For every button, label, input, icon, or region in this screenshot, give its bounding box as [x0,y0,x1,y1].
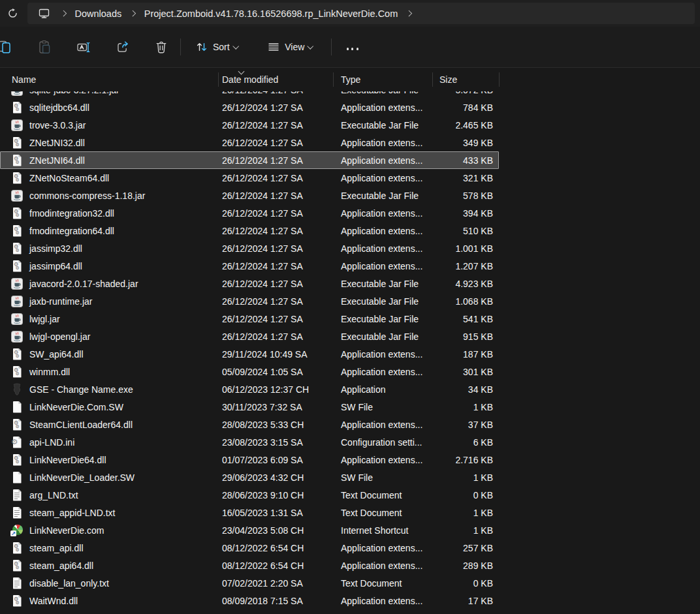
breadcrumb-chevron-icon[interactable] [61,10,67,16]
file-row[interactable]: ⚙⚙ fmodintegration64.dll 26/12/2024 1:27… [0,222,700,239]
file-row[interactable]: trove-3.0.3.jar 26/12/2024 1:27 SA Execu… [0,116,700,134]
file-row[interactable]: arg_LND.txt 28/06/2023 9:10 CH Text Docu… [0,486,700,504]
see-more-button[interactable] [340,34,366,60]
file-row[interactable]: GSE - Change Name.exe 06/12/2023 12:37 C… [0,380,700,398]
file-date-modified: 26/12/2024 1:27 SA [222,155,303,166]
file-date-modified: 26/12/2024 1:27 SA [222,91,303,95]
copy-button[interactable] [0,34,18,60]
file-row[interactable]: LinkNeverDie_Loader.SW 29/06/2023 4:32 C… [0,468,700,486]
toolbar-divider [180,38,181,55]
column-header-date-modified[interactable]: Date modified [222,74,278,85]
column-header-name[interactable]: Name [12,74,36,85]
file-type: Internet Shortcut [341,525,409,536]
file-name-cell: jaxb-runtime.jar [10,295,92,308]
file-row[interactable]: ⚙⚙ SW_api64.dll 29/11/2024 10:49 SA Appl… [0,345,700,363]
breadcrumb-chevron-icon[interactable] [130,10,136,16]
refresh-button[interactable] [1,3,24,24]
file-row[interactable]: ⚙ api-LND.ini 23/08/2023 3:15 SA Configu… [0,433,700,451]
file-name: LinkNeverDie_Loader.SW [29,472,135,483]
file-row[interactable]: ⚙⚙ WaitWnd.dll 08/09/2018 7:15 SA Applic… [0,592,700,609]
more-icon [345,42,360,52]
file-date-modified: 01/07/2023 6:09 SA [222,455,303,465]
file-size: 2.716 KB [406,455,493,465]
file-row[interactable]: ⚙⚙ ZNetJNI32.dll 26/12/2024 1:27 SA Appl… [0,134,700,151]
file-size: 37 KB [406,420,493,430]
address-bar: Downloads Project.Zomboid.v41.78.16.1652… [0,0,700,27]
file-row[interactable]: ⚙⚙ jassimp32.dll 26/12/2024 1:27 SA Appl… [0,239,700,257]
file-row[interactable]: jaxb-runtime.jar 26/12/2024 1:27 SA Exec… [0,292,700,310]
breadcrumb-current-folder[interactable]: Project.Zomboid.v41.78.16.16526698.rp_Li… [143,6,400,22]
file-date-modified: 26/12/2024 1:27 SA [222,173,303,183]
file-size: 0 KB [406,578,493,589]
file-row[interactable]: lwjgl.jar 26/12/2024 1:27 SA Executable … [0,310,700,328]
file-name-cell: ⚙⚙ steam_api.dll [10,542,84,555]
share-icon [116,40,130,54]
file-row[interactable]: steam_appid-LND.txt 16/05/2023 1:31 SA T… [0,504,700,521]
file-name: winmm.dll [29,367,70,377]
column-divider[interactable] [432,72,433,87]
file-date-modified: 26/12/2024 1:27 SA [222,191,303,201]
file-row[interactable]: LinkNeverDie.Com.SW 30/11/2023 7:32 SA S… [0,398,700,416]
file-row[interactable]: ⚙⚙ ZNetNoSteam64.dll 26/12/2024 1:27 SA … [0,169,700,187]
file-date-modified: 26/12/2024 1:27 SA [222,102,303,113]
paste-button[interactable] [31,34,57,60]
file-name-cell: ⚙⚙ jassimp32.dll [10,242,82,255]
file-row[interactable]: javacord-2.0.17-shaded.jar 26/12/2024 1:… [0,275,700,292]
file-row[interactable]: ⚙⚙ SteamCLientLoader64.dll 28/08/2023 5:… [0,416,700,433]
file-row[interactable]: ⚙⚙ steam_api.dll 08/12/2022 6:54 CH Appl… [0,539,700,557]
file-name-cell: ⚙⚙ ZNetJNI32.dll [10,136,85,149]
file-name-cell: ⚙⚙ SteamCLientLoader64.dll [10,418,133,431]
jar-icon [10,295,24,308]
view-button[interactable]: View [261,34,319,60]
file-name: SteamCLientLoader64.dll [29,420,133,430]
file-row[interactable]: disable_lan_only.txt 07/02/2021 2:20 SA … [0,574,700,592]
breadcrumb-chevron-icon[interactable] [406,10,412,16]
this-pc-crumb[interactable] [34,5,54,23]
sort-button[interactable]: Sort [189,34,244,60]
file-date-modified: 30/11/2023 7:32 SA [222,402,302,412]
file-row[interactable]: lwjgl-opengl.jar 26/12/2024 1:27 SA Exec… [0,328,700,345]
column-divider[interactable] [333,72,334,87]
file-date-modified: 26/12/2024 1:27 SA [222,208,303,219]
file-date-modified: 28/08/2023 5:33 CH [222,420,304,430]
column-divider[interactable] [499,72,500,87]
file-name: steam_api.dll [29,543,84,553]
column-divider[interactable] [218,72,219,87]
file-row[interactable]: ⚙⚙ winmm.dll 05/09/2024 1:05 SA Applicat… [0,363,700,380]
file-row[interactable]: ⚙⚙ ZNetJNI64.dll 26/12/2024 1:27 SA Appl… [0,151,700,169]
file-row[interactable]: ⚙⚙ fmodintegration32.dll 26/12/2024 1:27… [0,204,700,222]
file-row[interactable]: sqlite-jdbc-3.27.2.1.jar 26/12/2024 1:27… [0,91,700,99]
file-row[interactable]: commons-compress-1.18.jar 26/12/2024 1:2… [0,187,700,204]
file-row[interactable]: ⚙⚙ LinkNeverDie64.dll 01/07/2023 6:09 SA… [0,451,700,468]
file-name: sqlite-jdbc-3.27.2.1.jar [29,91,119,95]
column-header-size[interactable]: Size [439,74,457,85]
file-date-modified: 26/12/2024 1:27 SA [222,261,303,271]
breadcrumb-downloads[interactable]: Downloads [74,6,123,22]
column-header-row: Name Date modified Type Size [0,67,700,91]
file-row[interactable]: ⚙⚙ steam_api64.dll 08/12/2022 6:54 CH Ap… [0,557,700,574]
sort-button-label: Sort [213,42,230,52]
dll-icon: ⚙⚙ [10,348,24,361]
file-row[interactable]: ⚙⚙ sqlitejdbc64.dll 26/12/2024 1:27 SA A… [0,99,700,116]
file-row[interactable]: ↗ LinkNeverDie.com 23/04/2023 5:08 CH In… [0,521,700,539]
file-row[interactable]: ⚙⚙ jassimp64.dll 26/12/2024 1:27 SA Appl… [0,257,700,275]
paste-icon [37,40,52,54]
share-button[interactable] [110,34,136,60]
delete-button[interactable] [148,34,174,60]
file-date-modified: 23/08/2023 3:15 SA [222,437,303,448]
file-name-cell: ⚙⚙ steam_api64.dll [10,559,93,572]
file-date-modified: 23/04/2023 5:08 CH [222,525,304,536]
file-date-modified: 07/02/2021 2:20 SA [222,578,303,589]
refresh-icon [7,8,18,19]
txt-icon [10,489,24,502]
file-name-cell: sqlite-jdbc-3.27.2.1.jar [10,91,119,97]
file-name-cell: trove-3.0.3.jar [10,119,86,132]
file-size: 0 KB [406,490,493,500]
file-name: jassimp32.dll [29,243,82,254]
address-pill[interactable]: Downloads Project.Zomboid.v41.78.16.1652… [27,3,695,24]
file-name-cell: ⚙⚙ LinkNeverDie64.dll [10,453,106,467]
file-name: steam_api64.dll [29,560,93,571]
column-header-type[interactable]: Type [341,74,360,85]
rename-button[interactable] [71,34,97,60]
file-size: 5.072 KB [406,91,493,95]
